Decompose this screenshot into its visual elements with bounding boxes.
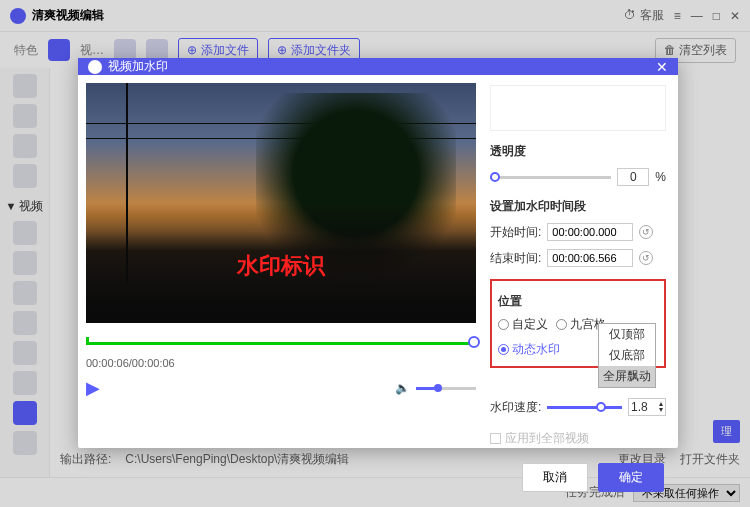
end-time-label: 结束时间:: [490, 250, 541, 267]
modal-header: 视频加水印 ✕: [78, 58, 678, 75]
start-time-input[interactable]: [547, 223, 633, 241]
opacity-label: 透明度: [490, 143, 666, 160]
settings-pane: 透明度 0 % 设置加水印时间段 开始时间: ↺ 结束时间: ↺ 位置 自定义: [484, 75, 678, 455]
apply-all-checkbox[interactable]: 应用到全部视频: [490, 430, 666, 447]
modal-footer: 取消 确定: [78, 455, 678, 500]
speed-slider[interactable]: [547, 406, 622, 409]
modal-title: 视频加水印: [108, 58, 656, 75]
reset-start-icon[interactable]: ↺: [639, 225, 653, 239]
timeline[interactable]: [86, 339, 476, 347]
cancel-button[interactable]: 取消: [522, 463, 588, 492]
play-button[interactable]: ▶: [86, 377, 100, 399]
volume-icon[interactable]: 🔈: [395, 381, 410, 395]
reset-end-icon[interactable]: ↺: [639, 251, 653, 265]
start-time-label: 开始时间:: [490, 224, 541, 241]
watermark-preview-box: [490, 85, 666, 131]
speed-label: 水印速度:: [490, 399, 541, 416]
dropdown-option-full[interactable]: 全屏飘动: [599, 366, 655, 387]
dynamic-dropdown[interactable]: 仅顶部 仅底部 全屏飘动: [598, 323, 656, 388]
time-display: 00:00:06/00:00:06: [86, 357, 476, 369]
opacity-slider[interactable]: [490, 176, 611, 179]
time-section-label: 设置加水印时间段: [490, 198, 666, 215]
radio-custom[interactable]: 自定义: [498, 316, 548, 333]
preview-pane: 水印标识 00:00:06/00:00:06 ▶ 🔈: [78, 75, 484, 455]
opacity-unit: %: [655, 170, 666, 184]
modal-close-button[interactable]: ✕: [656, 59, 668, 75]
speed-value[interactable]: 1.8▴▾: [628, 398, 666, 416]
dropdown-option-bottom[interactable]: 仅底部: [599, 345, 655, 366]
watermark-modal: 视频加水印 ✕ 水印标识 00:00:06/00:00:06 ▶ 🔈: [78, 58, 678, 448]
confirm-button[interactable]: 确定: [598, 463, 664, 492]
dropdown-option-top[interactable]: 仅顶部: [599, 324, 655, 345]
radio-dynamic[interactable]: 动态水印: [498, 341, 560, 358]
opacity-value[interactable]: 0: [617, 168, 649, 186]
modal-logo-icon: [88, 60, 102, 74]
timeline-handle[interactable]: [468, 336, 480, 348]
video-preview[interactable]: 水印标识: [86, 83, 476, 323]
end-time-input[interactable]: [547, 249, 633, 267]
position-label: 位置: [498, 293, 658, 310]
volume-slider[interactable]: [416, 387, 476, 390]
watermark-overlay-text: 水印标识: [237, 251, 325, 281]
